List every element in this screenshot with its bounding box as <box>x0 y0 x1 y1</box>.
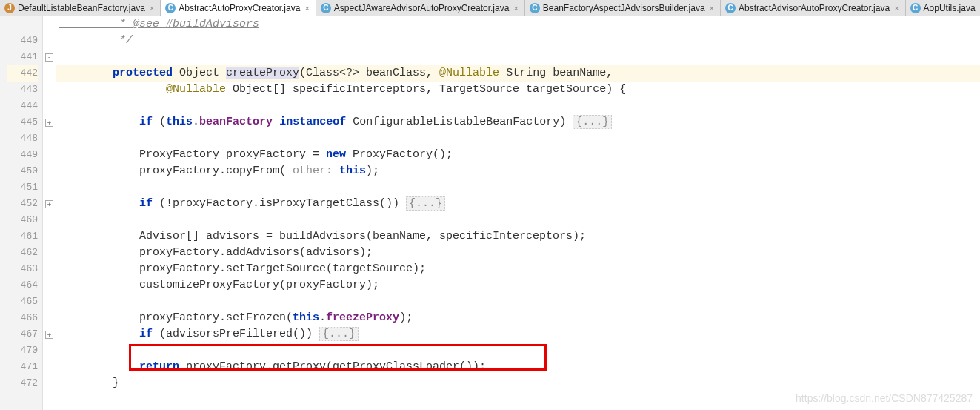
line-number <box>7 391 38 408</box>
fold-expand-icon[interactable]: + <box>45 119 53 127</box>
code-line: * @see #buildAdvisors <box>56 16 980 33</box>
close-icon[interactable]: × <box>513 4 518 13</box>
close-icon[interactable]: × <box>304 4 309 13</box>
code-line <box>56 98 980 114</box>
fold-gutter[interactable]: - + + + <box>43 16 56 410</box>
class-file-icon: C <box>321 3 331 13</box>
line-number: 472 <box>7 375 38 391</box>
code-line: if (advisorsPreFiltered()) {...} <box>56 326 980 343</box>
code-line <box>56 294 980 310</box>
line-number-gutter[interactable]: 440 441 442 443 444 445 448 449 450 451 … <box>7 16 43 410</box>
code-line: proxyFactory.setFrozen(this.freezeProxy)… <box>56 310 980 326</box>
folded-region[interactable]: {...} <box>406 196 445 211</box>
tab-label: DefaultListableBeanFactory.java <box>18 3 145 13</box>
tab-label: AopUtils.java <box>924 3 976 13</box>
code-line <box>56 49 980 65</box>
line-number: 443 <box>7 82 38 98</box>
folded-region[interactable]: {...} <box>573 115 612 129</box>
line-number: 445 <box>7 114 38 130</box>
line-number: 460 <box>7 212 38 228</box>
fold-expand-icon[interactable]: + <box>45 331 53 339</box>
class-file-icon: C <box>725 3 736 13</box>
line-number: 444 <box>7 98 38 114</box>
code-line: Advisor[] advisors = buildAdvisors(beanN… <box>56 228 980 245</box>
line-number: 440 <box>7 33 38 49</box>
tab-label: AspectJAwareAdvisorAutoProxyCreator.java <box>334 3 510 13</box>
code-line <box>56 179 980 196</box>
line-number: 441 <box>7 49 38 65</box>
line-number: 466 <box>7 310 38 326</box>
editor-tabs: J DefaultListableBeanFactory.java × C Ab… <box>0 0 980 16</box>
code-line: ProxyFactory proxyFactory = new ProxyFac… <box>56 147 980 163</box>
line-number: 467 <box>7 326 38 343</box>
java-file-icon: J <box>4 3 15 13</box>
code-area[interactable]: * @see #buildAdvisors */ protected Objec… <box>56 16 980 410</box>
code-line: proxyFactory.setTargetSource(targetSourc… <box>56 261 980 277</box>
code-line: } <box>56 375 980 391</box>
line-number: 450 <box>7 163 38 179</box>
code-line: if (!proxyFactory.isProxyTargetClass()) … <box>56 196 980 212</box>
code-line <box>56 391 980 408</box>
tab-aspectjawareadvisorautoproxycreator[interactable]: C AspectJAwareAdvisorAutoProxyCreator.ja… <box>316 0 525 16</box>
line-number: 452 <box>7 196 38 212</box>
breakpoint-gutter[interactable] <box>0 16 7 410</box>
line-number: 451 <box>7 179 38 196</box>
tab-abstractautoproxycreator[interactable]: C AbstractAutoProxyCreator.java × <box>161 0 316 16</box>
line-number: 442 <box>7 65 38 82</box>
line-number: 464 <box>7 277 38 294</box>
tab-beanfactoryaspectjadvisorsbuilder[interactable]: C BeanFactoryAspectJAdvisorsBuilder.java… <box>525 0 721 16</box>
code-line: @Nullable Object[] specificInterceptors,… <box>56 82 980 98</box>
tab-defaultlistablebeanfactory[interactable]: J DefaultListableBeanFactory.java × <box>0 0 161 16</box>
class-file-icon: C <box>910 3 921 13</box>
method-separator <box>56 391 980 391</box>
code-line <box>56 343 980 359</box>
code-line: */ <box>56 33 980 49</box>
line-number: 470 <box>7 343 38 359</box>
class-file-icon: C <box>165 3 176 13</box>
line-number: 461 <box>7 228 38 245</box>
folded-region[interactable]: {...} <box>319 327 359 341</box>
code-line: if (this.beanFactory instanceof Configur… <box>56 114 980 130</box>
close-icon[interactable]: × <box>710 4 714 13</box>
editor-body: 440 441 442 443 444 445 448 449 450 451 … <box>0 16 980 410</box>
tab-label: BeanFactoryAspectJAdvisorsBuilder.java <box>543 3 705 13</box>
close-icon[interactable]: × <box>150 4 154 13</box>
close-icon[interactable]: × <box>894 4 899 13</box>
tab-abstractadvisorautoproxycreator[interactable]: C AbstractAdvisorAutoProxyCreator.java × <box>721 0 906 16</box>
class-file-icon: C <box>530 3 540 13</box>
line-number: 471 <box>7 359 38 375</box>
fold-collapse-icon[interactable]: - <box>45 53 53 62</box>
line-number: 465 <box>7 294 38 310</box>
line-number: 462 <box>7 245 38 261</box>
tab-label: AbstractAutoProxyCreator.java <box>179 3 300 13</box>
line-number: 463 <box>7 261 38 277</box>
tab-label: AbstractAdvisorAutoProxyCreator.java <box>739 3 890 13</box>
line-number: 448 <box>7 130 38 147</box>
code-line: proxyFactory.addAdvisors(advisors); <box>56 245 980 261</box>
code-line: customizeProxyFactory(proxyFactory); <box>56 277 980 294</box>
code-line: protected Object createProxy(Class<?> be… <box>56 65 980 82</box>
code-line <box>56 130 980 147</box>
code-line: proxyFactory.copyFrom( other: this); <box>56 163 980 179</box>
tab-aoputils[interactable]: C AopUtils.java × <box>906 0 980 16</box>
code-line <box>56 212 980 228</box>
line-number: 449 <box>7 147 38 163</box>
fold-expand-icon[interactable]: + <box>45 200 53 208</box>
code-line: return proxyFactory.getProxy(getProxyCla… <box>56 359 980 375</box>
line-number <box>7 16 38 33</box>
